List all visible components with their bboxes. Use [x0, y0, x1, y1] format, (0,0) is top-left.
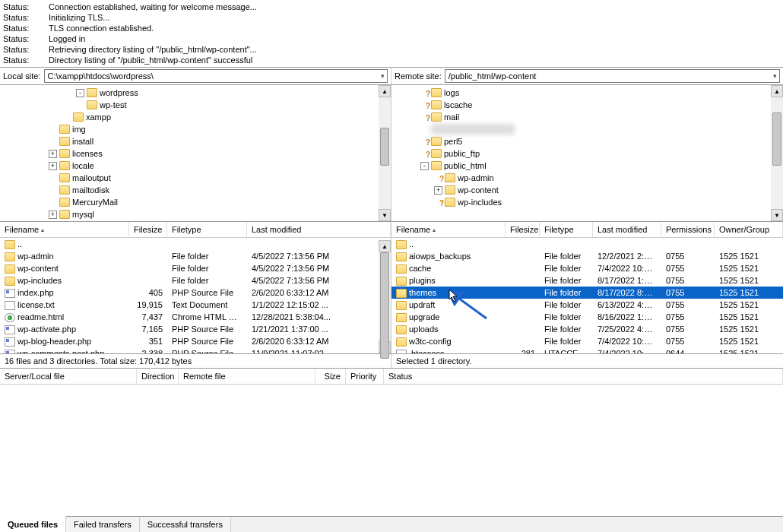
folder-icon — [5, 264, 15, 274]
tree-node[interactable]: +licenses — [0, 147, 391, 160]
col-modified[interactable]: Last modified — [247, 222, 391, 237]
list-item[interactable]: .htaccess281HTACCESS ...7/4/2022 10:26:.… — [392, 347, 783, 353]
file-size: 2,338 — [129, 347, 167, 353]
local-list-header[interactable]: Filename▴ Filesize Filetype Last modifie… — [0, 222, 391, 238]
local-tree-scrollbar[interactable]: ▲ ▼ — [379, 85, 391, 221]
local-file-list[interactable]: Filename▴ Filesize Filetype Last modifie… — [0, 222, 392, 353]
queue-body[interactable] — [0, 385, 783, 516]
tab-queued-files[interactable]: Queued files — [0, 516, 66, 532]
col-direction[interactable]: Direction — [137, 369, 179, 384]
tree-node[interactable]: public_ftp — [392, 147, 783, 160]
list-item[interactable]: index.php405PHP Source File2/6/2020 6:33… — [0, 287, 391, 299]
tree-node[interactable]: xampp — [0, 111, 391, 123]
status-text: Directory listing of "/public_html/wp-co… — [49, 55, 252, 65]
remote-site-input[interactable]: /public_html/wp-content — [445, 69, 780, 83]
col-owner[interactable]: Owner/Group — [715, 222, 783, 237]
col-server-file[interactable]: Server/Local file — [0, 369, 137, 384]
scroll-down-icon[interactable]: ▼ — [771, 209, 783, 221]
col-size[interactable]: Size — [315, 369, 346, 384]
scroll-up-icon[interactable]: ▲ — [379, 85, 391, 97]
list-item[interactable]: wp-activate.php7,165PHP Source File1/21/… — [0, 323, 391, 335]
tree-node[interactable]: install — [0, 135, 391, 147]
queue-header[interactable]: Server/Local file Direction Remote file … — [0, 369, 783, 385]
tree-node[interactable]: +wp-content — [392, 184, 783, 196]
tree-node[interactable]: logs — [392, 87, 783, 99]
collapse-icon[interactable]: - — [420, 162, 429, 170]
expand-icon[interactable]: + — [434, 186, 442, 195]
expand-icon[interactable]: + — [49, 162, 57, 170]
file-name: w3tc-config — [409, 337, 452, 346]
tree-node[interactable]: img — [0, 123, 391, 135]
tree-node[interactable]: mailoutput — [0, 172, 391, 184]
tree-node[interactable] — [392, 123, 783, 135]
scroll-up-icon[interactable]: ▲ — [379, 240, 391, 252]
tree-node[interactable]: -public_html — [392, 160, 783, 172]
col-filetype[interactable]: Filetype — [167, 222, 247, 237]
tree-node[interactable]: MercuryMail — [0, 196, 391, 208]
list-item[interactable]: pluginsFile folder8/17/2022 1:33:...0755… — [392, 274, 783, 287]
tab-successful-transfers[interactable]: Successful transfers — [140, 517, 231, 532]
remote-list-header[interactable]: Filename▴ Filesize Filetype Last modifie… — [392, 222, 783, 238]
list-item[interactable]: license.txt19,915Text Document1/1/2022 1… — [0, 299, 391, 311]
tree-node[interactable]: mail — [392, 111, 783, 123]
file-type: HTACCESS ... — [540, 347, 593, 353]
col-filename[interactable]: Filename▴ — [392, 222, 506, 237]
col-filetype[interactable]: Filetype — [540, 222, 593, 237]
col-permissions[interactable]: Permissions — [661, 222, 715, 237]
file-permissions: 0755 — [661, 274, 715, 287]
list-item[interactable]: wp-adminFile folder4/5/2022 7:13:56 PM — [0, 250, 391, 262]
tree-label: install — [72, 135, 94, 147]
remote-tree[interactable]: logslscachemailperl5public_ftp-public_ht… — [392, 85, 783, 221]
tab-failed-transfers[interactable]: Failed transfers — [66, 517, 140, 532]
tree-node[interactable]: +locale — [0, 160, 391, 172]
file-type: PHP Source File — [167, 347, 247, 353]
tree-label: mailoutput — [72, 172, 111, 184]
remote-file-list[interactable]: Filename▴ Filesize Filetype Last modifie… — [392, 222, 783, 353]
col-filesize[interactable]: Filesize — [129, 222, 167, 237]
expand-icon[interactable]: + — [49, 211, 57, 219]
list-item[interactable]: wp-contentFile folder4/5/2022 7:13:56 PM — [0, 262, 391, 274]
list-item[interactable]: wp-blog-header.php351PHP Source File2/6/… — [0, 335, 391, 347]
list-item[interactable]: .. — [392, 238, 783, 250]
tree-node[interactable]: wp-includes — [392, 196, 783, 208]
tree-node[interactable]: +mysql — [0, 208, 391, 220]
tree-label: mail — [444, 111, 459, 123]
file-name: .htaccess — [409, 349, 444, 353]
status-line: Status:Logged in — [3, 33, 780, 44]
local-tree[interactable]: -wordpresswp-testxamppimginstall+license… — [0, 85, 392, 221]
tree-node[interactable]: wp-test — [0, 99, 391, 111]
local-list-scrollbar[interactable]: ▲ ▼ — [379, 240, 391, 353]
file-name: themes — [409, 288, 436, 297]
list-item[interactable]: wp-comments-post.php2,338PHP Source File… — [0, 347, 391, 353]
col-status[interactable]: Status — [384, 369, 783, 384]
tree-node[interactable]: mailtodisk — [0, 184, 391, 196]
col-filesize[interactable]: Filesize — [506, 222, 540, 237]
collapse-icon[interactable]: - — [76, 89, 84, 97]
list-item[interactable]: wp-includesFile folder4/5/2022 7:13:56 P… — [0, 274, 391, 287]
list-item[interactable]: updraftFile folder6/13/2022 4:00:...0755… — [392, 299, 783, 311]
list-item[interactable]: readme.html7,437Chrome HTML Do...12/28/2… — [0, 311, 391, 323]
remote-site-label: Remote site: — [395, 71, 442, 81]
list-item[interactable]: .. — [0, 238, 391, 250]
scroll-down-icon[interactable]: ▼ — [379, 209, 391, 221]
list-item[interactable]: themesFile folder8/17/2022 8:55:...07551… — [392, 287, 783, 299]
col-filename[interactable]: Filename▴ — [0, 222, 129, 237]
tree-node[interactable]: wp-admin — [392, 172, 783, 184]
col-priority[interactable]: Priority — [346, 369, 384, 384]
list-item[interactable]: upgradeFile folder8/16/2022 1:53:...0755… — [392, 311, 783, 323]
list-item[interactable]: uploadsFile folder7/25/2022 4:36:...0755… — [392, 323, 783, 335]
list-item[interactable]: aiowps_backupsFile folder12/2/2021 2:09:… — [392, 250, 783, 262]
scroll-up-icon[interactable]: ▲ — [771, 85, 783, 97]
tree-node[interactable]: lscache — [392, 99, 783, 111]
list-item[interactable]: cacheFile folder7/4/2022 10:38:...075515… — [392, 262, 783, 274]
tree-label: wordpress — [100, 87, 138, 99]
list-item[interactable]: w3tc-configFile folder7/4/2022 10:37:...… — [392, 335, 783, 347]
tree-node[interactable]: -wordpress — [0, 87, 391, 99]
local-site-input[interactable]: C:\xampp\htdocs\wordpress\ — [44, 69, 388, 83]
col-remote-file[interactable]: Remote file — [179, 369, 315, 384]
expand-icon[interactable]: + — [49, 150, 57, 158]
tree-label: perl5 — [444, 135, 462, 147]
col-modified[interactable]: Last modified — [593, 222, 661, 237]
tree-node[interactable]: perl5 — [392, 135, 783, 147]
remote-tree-scrollbar[interactable]: ▲ ▼ — [771, 85, 783, 221]
